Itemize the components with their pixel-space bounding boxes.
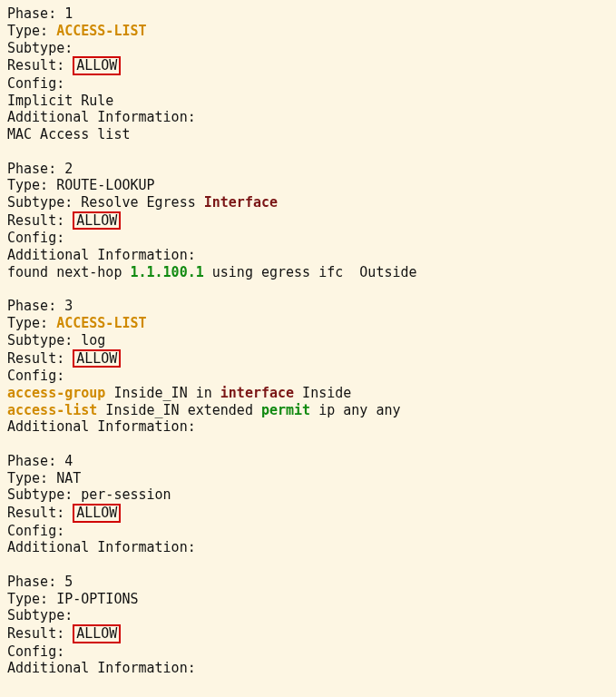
blank bbox=[7, 143, 609, 161]
phase5-config: Config: bbox=[7, 643, 609, 661]
phase3-result: Result: ALLOW bbox=[7, 349, 609, 368]
phase3-type-value: ACCESS-LIST bbox=[56, 315, 146, 331]
phase5-type-value: IP-OPTIONS bbox=[56, 591, 138, 607]
blank bbox=[7, 281, 609, 299]
phase5-result-box: ALLOW bbox=[73, 624, 121, 643]
phase3-result-box: ALLOW bbox=[73, 349, 121, 368]
label-result: Result: bbox=[7, 57, 64, 74]
phase1-config: Config: bbox=[7, 75, 609, 93]
phase3-type: Type: ACCESS-LIST bbox=[7, 315, 609, 332]
phase4-config: Config: bbox=[7, 523, 609, 540]
phase1-result: Result: ALLOW bbox=[7, 56, 609, 75]
phase2-additional-value: found next-hop 1.1.100.1 using egress if… bbox=[7, 264, 609, 281]
label-subtype: Subtype: bbox=[7, 40, 73, 56]
phase2-subtype: Subtype: Resolve Egress Interface bbox=[7, 194, 609, 211]
blank bbox=[7, 436, 609, 453]
phase4-subtype-value: per-session bbox=[81, 486, 171, 503]
phase4-type-value: NAT bbox=[56, 470, 81, 486]
phase1-type: Type: ACCESS-LIST bbox=[7, 23, 609, 40]
phase3-config: Config: bbox=[7, 368, 609, 385]
phase2-additional-label: Additional Information: bbox=[7, 247, 609, 264]
phase2-result-box: ALLOW bbox=[73, 211, 121, 231]
phase1-num: 1 bbox=[64, 5, 73, 22]
phase2-config: Config: bbox=[7, 230, 609, 247]
phase3-additional-label: Additional Information: bbox=[7, 418, 609, 436]
phase4-additional-label: Additional Information: bbox=[7, 539, 609, 556]
phase2-subtype-keyword: Interface bbox=[204, 194, 278, 211]
phase1-type-value: ACCESS-LIST bbox=[56, 23, 146, 39]
phase3-subtype-value: log bbox=[81, 332, 105, 348]
phase4-result: Result: ALLOW bbox=[7, 504, 609, 523]
phase2-type: Type: ROUTE-LOOKUP bbox=[7, 177, 609, 194]
blank bbox=[7, 556, 609, 574]
label-type: Type: bbox=[7, 23, 48, 39]
phase1-additional-value: MAC Access list bbox=[7, 126, 609, 143]
phase5-header: Phase: 5 bbox=[7, 574, 609, 591]
phase3-subtype: Subtype: log bbox=[7, 332, 609, 349]
phase1-subtype: Subtype: bbox=[7, 40, 609, 57]
phase1-config-line: Implicit Rule bbox=[7, 93, 609, 110]
phase5-result: Result: ALLOW bbox=[7, 624, 609, 643]
phase2-header: Phase: 2 bbox=[7, 161, 609, 178]
next-hop-ip: 1.1.100.1 bbox=[130, 264, 203, 280]
phase5-additional-label: Additional Information: bbox=[7, 660, 609, 677]
phase4-type: Type: NAT bbox=[7, 470, 609, 487]
phase2-result: Result: ALLOW bbox=[7, 211, 609, 231]
phase3-config-line1: access-group Inside_IN in interface Insi… bbox=[7, 385, 609, 402]
phase5-subtype: Subtype: bbox=[7, 607, 609, 624]
label-phase: Phase: bbox=[7, 5, 56, 22]
phase2-subtype-pre: Resolve Egress bbox=[81, 194, 203, 211]
phase4-header: Phase: 4 bbox=[7, 453, 609, 470]
phase2-type-value: ROUTE-LOOKUP bbox=[56, 177, 154, 193]
phase1-additional-label: Additional Information: bbox=[7, 109, 609, 126]
phase3-config-line2: access-list Inside_IN extended permit ip… bbox=[7, 402, 609, 419]
phase4-result-box: ALLOW bbox=[73, 504, 121, 523]
label-config: Config: bbox=[7, 75, 64, 92]
phase4-subtype: Subtype: per-session bbox=[7, 486, 609, 504]
phase3-header: Phase: 3 bbox=[7, 298, 609, 315]
phase5-type: Type: IP-OPTIONS bbox=[7, 591, 609, 608]
phase1-header: Phase: 1 bbox=[7, 5, 609, 23]
phase1-result-box: ALLOW bbox=[73, 56, 121, 75]
